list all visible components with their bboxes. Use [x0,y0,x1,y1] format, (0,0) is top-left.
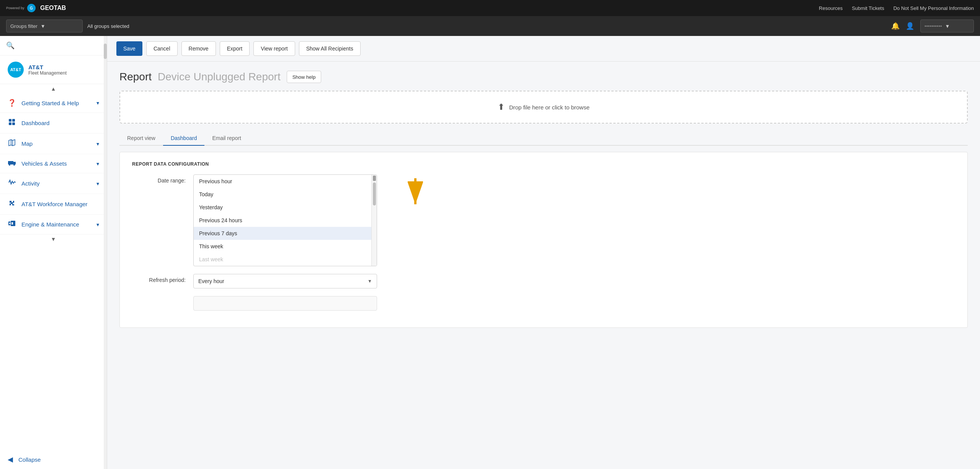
activity-icon [8,179,16,188]
date-option-today[interactable]: Today [194,188,377,201]
date-option-last-week[interactable]: Last week [194,253,377,266]
toolbar: Save Cancel Remove Export View report Sh… [107,36,980,62]
report-title: Report Device Unplugged Report Show help [119,71,968,83]
sidebar-item-label: Getting Started & Help [21,100,79,106]
date-range-control: Previous hour Today Yesterday Previous 2… [193,174,385,266]
sidebar-item-map[interactable]: Map ▾ [0,134,107,154]
svg-point-12 [9,164,10,166]
groups-filter-label: Groups filter [10,23,38,29]
date-range-scrollbar[interactable] [371,175,377,266]
notification-bell-icon[interactable]: 🔔 [891,22,900,30]
svg-rect-6 [12,122,15,125]
svg-rect-5 [9,122,11,125]
sidebar-collapse-button[interactable]: ◀ Collapse [0,450,107,469]
truck-icon [8,160,16,168]
sidebar-item-label: Dashboard [21,120,49,126]
resources-link[interactable]: Resources [819,5,843,11]
att-logo-circle: AT&T [8,62,24,78]
extra-select[interactable] [193,296,377,311]
extra-config-row [132,296,955,311]
date-option-previous-7-days[interactable]: Previous 7 days [194,227,377,240]
save-button[interactable]: Save [116,41,142,56]
refresh-period-row: Refresh period: Every hour ▼ [132,274,955,288]
svg-marker-7 [9,140,15,146]
cancel-button[interactable]: Cancel [146,41,178,56]
refresh-period-value: Every hour [198,278,224,284]
main-layout: 🔍 AT&T AT&T Fleet Management ▲ ❓ Getting… [0,36,980,469]
att-subtitle: Fleet Management [28,70,67,76]
search-icon[interactable]: 🔍 [6,42,15,49]
down-arrow-icon [408,178,423,209]
export-button[interactable]: Export [220,41,250,56]
date-option-previous-hour[interactable]: Previous hour [194,175,377,188]
chevron-down-icon: ▾ [96,181,99,187]
refresh-period-label: Refresh period: [132,274,186,283]
tab-report-view-label: Report view [127,135,155,141]
config-section-title: REPORT DATA CONFIGURATION [132,161,955,167]
sidebar-item-engine[interactable]: Engine & Maintenance ▾ [0,215,107,234]
help-circle-icon: ❓ [8,99,16,107]
do-not-sell-link[interactable]: Do Not Sell My Personal Information [893,5,974,11]
tab-email-report[interactable]: Email report [204,131,248,146]
svg-rect-4 [12,119,15,122]
svg-rect-17 [11,222,13,225]
tab-email-report-label: Email report [212,135,241,141]
date-range-list: Previous hour Today Yesterday Previous 2… [194,175,377,266]
dashboard-icon [8,118,16,128]
arrow-annotation [408,178,423,209]
all-groups-text: All groups selected [87,23,129,29]
top-navigation: Powered by G GEOTAB Resources Submit Tic… [0,0,980,16]
groups-filter-bar: Groups filter ▼ All groups selected 🔔 👤 … [0,16,980,36]
view-report-button[interactable]: View report [253,41,295,56]
sidebar-item-label: Activity [21,180,40,187]
report-area: Report Device Unplugged Report Show help… [107,62,980,469]
sidebar-item-activity[interactable]: Activity ▾ [0,173,107,194]
date-option-previous-24[interactable]: Previous 24 hours [194,214,377,227]
scrollbar-thumb [373,182,376,205]
sidebar-item-getting-started[interactable]: ❓ Getting Started & Help ▾ [0,93,107,113]
sidebar-item-dashboard[interactable]: Dashboard [0,113,107,134]
svg-point-13 [13,164,15,166]
chevron-down-icon: ▾ [96,221,99,228]
sidebar-search-area[interactable]: 🔍 [0,36,107,55]
sidebar-scrollbar[interactable] [104,36,107,469]
sidebar-scroll-down[interactable]: ▼ [0,234,107,244]
att-icon-text: AT&T [10,67,21,72]
date-option-this-week[interactable]: This week [194,240,377,253]
date-option-yesterday[interactable]: Yesterday [194,201,377,214]
submit-tickets-link[interactable]: Submit Tickets [852,5,884,11]
sidebar-logo: AT&T AT&T Fleet Management [0,55,107,84]
drop-zone[interactable]: ⬆ Drop file here or click to browse [119,91,968,124]
sidebar-item-label: Engine & Maintenance [21,221,79,228]
remove-button[interactable]: Remove [181,41,216,56]
date-range-row: Date range: Previous hour Today Yesterda… [132,174,955,266]
sidebar-item-workforce[interactable]: AT&T Workforce Manager [0,194,107,215]
user-icon[interactable]: 👤 [906,22,914,30]
sidebar-item-vehicles[interactable]: Vehicles & Assets ▾ [0,154,107,173]
sidebar: 🔍 AT&T AT&T Fleet Management ▲ ❓ Getting… [0,36,107,469]
user-dropdown[interactable]: •••••••••• ▼ [920,20,974,33]
drop-zone-text: Drop file here or click to browse [509,104,590,111]
sidebar-item-label: Vehicles & Assets [21,160,67,167]
tabs-bar: Report view Dashboard Email report [119,131,968,146]
sidebar-scroll-up[interactable]: ▲ [0,84,107,93]
refresh-period-select[interactable]: Every hour ▼ [193,274,377,288]
top-nav-links: Resources Submit Tickets Do Not Sell My … [819,5,974,11]
collapse-label: Collapse [18,456,41,463]
show-all-recipients-button[interactable]: Show All Recipients [299,41,361,56]
svg-text:GEOTAB: GEOTAB [40,5,66,11]
groups-filter-select[interactable]: Groups filter ▼ [6,20,83,33]
tab-report-view[interactable]: Report view [119,131,163,146]
logo-area: Powered by G GEOTAB [6,3,73,13]
user-name-text: •••••••••• [924,23,942,29]
geotab-logo: G GEOTAB [27,3,73,13]
upload-icon: ⬆ [498,102,505,112]
tab-dashboard[interactable]: Dashboard [163,131,205,146]
tab-dashboard-label: Dashboard [171,135,197,141]
show-help-button[interactable]: Show help [287,71,322,83]
collapse-icon: ◀ [8,455,13,464]
date-range-label: Date range: [132,174,186,184]
chevron-down-icon: ▾ [96,100,99,106]
date-range-select[interactable]: Previous hour Today Yesterday Previous 2… [193,174,377,266]
groups-filter-chevron: ▼ [41,23,46,29]
